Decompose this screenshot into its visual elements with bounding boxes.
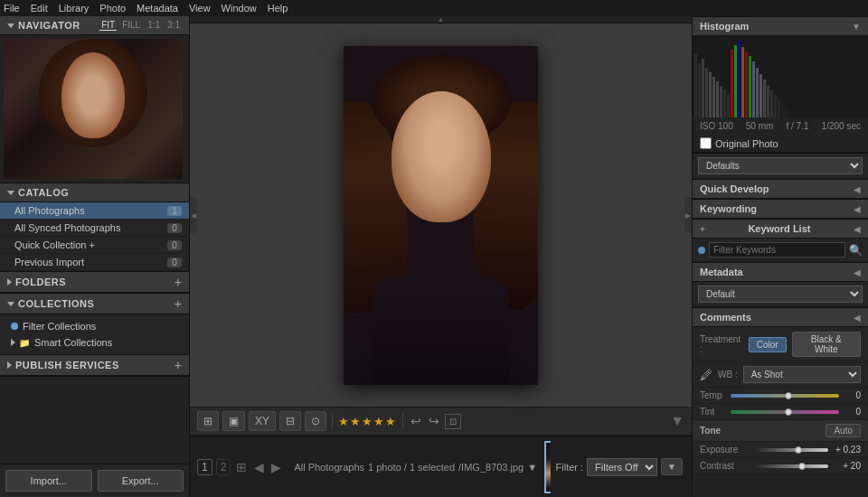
menu-help[interactable]: Help [268,3,288,14]
keywording-header[interactable]: Keywording ◀ [693,199,868,219]
catalog-synced-photos[interactable]: All Synced Photographs 0 [0,220,189,237]
flag-previous-button[interactable]: ↩ [410,414,421,428]
exposure-slider[interactable] [753,448,828,452]
publish-add-button[interactable]: + [175,359,182,371]
navigator-preview[interactable] [0,35,189,183]
folders-add-button[interactable]: + [175,276,182,288]
collections-add-button[interactable]: + [175,297,182,310]
navigator-header[interactable]: Navigator FIT FILL 1:1 3:1 [0,16,189,35]
view-loupe-button[interactable]: ▣ [222,411,245,431]
zoom-1to1-btn[interactable]: 1:1 [146,20,162,31]
filmstrip-album-name: All Photographs [294,462,364,473]
menu-file[interactable]: File [4,3,20,14]
exposure-value: + 0.23 [832,445,861,455]
nav-face [61,52,125,138]
view-people-button[interactable]: ⊙ [305,411,326,431]
crop-overlay-button[interactable]: ⊡ [445,414,461,429]
filmstrip-filename: /IMG_8703.jpg [458,462,524,473]
svg-rect-17 [756,68,759,117]
collection-filter[interactable]: Filter Collections [0,318,189,334]
export-button[interactable]: Export... [98,470,184,492]
collection-smart[interactable]: 📁 Smart Collections [0,334,189,351]
menu-view[interactable]: View [189,3,211,14]
publish-header-left: Publish Services [7,360,119,370]
filmstrip-nav-prev[interactable]: ◀ [252,460,266,474]
histogram-header[interactable]: Histogram ▼ [693,16,868,36]
smart-expand-icon [11,339,15,346]
treatment-color-button[interactable]: Color [749,337,787,352]
wb-label: WB : [718,370,738,380]
keyword-list-add-icon[interactable]: + [700,224,705,234]
navigator-title: Navigator [18,20,80,31]
metadata-arrow: ◀ [854,267,861,277]
catalog-section: Catalog All Photographs 1 All Synced Pho… [0,183,189,272]
metadata-header[interactable]: Metadata ◀ [693,262,868,282]
filmstrip-view-1[interactable]: 1 [197,459,212,475]
metadata-dropdown[interactable]: Default [698,286,863,303]
collection-filter-label: Filter Collections [23,321,96,332]
collections-collapse-icon [7,302,14,306]
menu-edit[interactable]: Edit [31,3,48,14]
star-rating[interactable]: ★★★★★ [338,415,397,428]
keywording-arrow: ◀ [854,204,861,214]
filmstrip-expand-button[interactable]: ▼ [661,458,683,475]
temp-slider-row: Temp 0 [693,388,868,404]
navigator-thumbnail [4,39,183,179]
catalog-quick-collection[interactable]: Quick Collection + 0 [0,237,189,254]
filmstrip-view-2[interactable]: 2 [216,459,231,475]
svg-rect-18 [760,74,762,117]
wb-eyedropper[interactable]: 🖉 [700,368,712,382]
quick-develop-header[interactable]: Quick Develop ◀ [693,179,868,199]
menu-photo[interactable]: Photo [99,3,126,14]
toolbar-arrow-down[interactable]: ▼ [670,413,684,429]
menu-metadata[interactable]: Metadata [137,3,178,14]
catalog-all-photos[interactable]: All Photographs 1 [0,202,189,220]
filmstrip-nav-grid[interactable]: ⊞ [234,460,249,474]
svg-rect-20 [767,85,769,117]
tint-slider[interactable] [731,410,839,414]
top-collapse[interactable]: ▲ [190,16,692,23]
zoom-fit-btn[interactable]: FIT [99,20,117,31]
tone-label: Tone [700,426,721,436]
collections-header-left: Collections [7,298,94,309]
menu-library[interactable]: Library [59,3,90,14]
tone-auto-button[interactable]: Auto [826,424,861,437]
filter-dropdown[interactable]: Filters Off [587,458,657,476]
keyword-dot [698,247,705,254]
filmstrip-nav-next[interactable]: ▶ [269,460,283,474]
contrast-slider[interactable] [753,464,828,468]
svg-rect-11 [734,45,737,117]
keyword-list-header[interactable]: + Keyword List ◀ [693,219,868,239]
zoom-3to1-btn[interactable]: 3:1 [165,20,182,31]
catalog-previous-count: 0 [167,258,182,267]
filmstrip-thumb-1[interactable] [544,441,550,493]
histogram-meta: ISO 100 50 mm f / 7.1 1/200 sec [693,117,868,135]
comments-header[interactable]: Comments ◀ [693,307,868,327]
view-survey-button[interactable]: ⊟ [279,411,301,431]
view-compare-button[interactable]: XY [249,411,276,431]
folders-header[interactable]: Folders + [0,272,189,293]
center-area: ▲ ◀ ▶ ⊞ [190,16,692,497]
treatment-bw-button[interactable]: Black & White [792,332,861,357]
menu-window[interactable]: Window [222,3,257,14]
left-panel-collapse-tab[interactable]: ◀ [190,197,197,233]
keyword-filter-input[interactable] [709,242,845,258]
publish-services-header[interactable]: Publish Services + [0,355,189,376]
collections-header[interactable]: Collections + [0,294,189,314]
filmstrip-thumb-1-image [546,443,550,492]
view-grid-button[interactable]: ⊞ [197,411,219,431]
defaults-dropdown[interactable]: Defaults [698,157,863,174]
wb-dropdown[interactable]: As Shot [743,366,861,383]
flag-next-button[interactable]: ↪ [429,414,439,428]
right-panel-collapse-tab[interactable]: ▶ [684,197,692,233]
catalog-header[interactable]: Catalog [0,183,189,202]
zoom-fill-btn[interactable]: FILL [120,20,142,31]
catalog-collapse-icon [7,191,14,195]
catalog-previous-import[interactable]: Previous Import 0 [0,254,189,271]
temp-slider[interactable] [731,394,839,398]
left-panel: Navigator FIT FILL 1:1 3:1 [0,16,190,497]
import-button[interactable]: Import... [5,470,92,492]
filmstrip-dropdown-arrow[interactable]: ▼ [527,462,537,473]
catalog-synced-label: All Synced Photographs [14,222,120,233]
original-photo-checkbox[interactable] [700,137,712,149]
